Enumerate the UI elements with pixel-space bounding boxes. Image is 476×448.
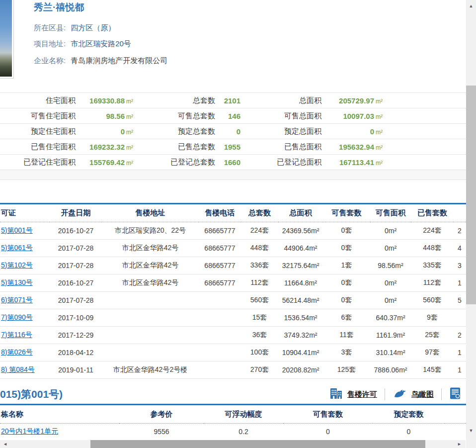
license-row: 7)第090号 2017-10-09 15套 1536.54m² 6套 640.… xyxy=(0,309,476,326)
sold-units: 97套 xyxy=(411,344,454,361)
open-date: 2019-01-11 xyxy=(50,361,102,378)
reference-price: 9556 xyxy=(119,423,204,440)
col-header-sold-units: 已售套数 xyxy=(411,204,454,222)
license-link[interactable]: 7)第116号 xyxy=(1,331,32,339)
stat-label: 可售总面积 xyxy=(242,108,321,124)
scroll-right-arrow-icon[interactable]: ► xyxy=(457,440,462,448)
sold-units: 448套 xyxy=(411,239,454,257)
birds-eye-view-button[interactable]: 鸟瞰图 xyxy=(393,387,434,402)
sales-license-button[interactable]: 售楼许可 xyxy=(329,387,377,402)
col-header-total-units: 总套数 xyxy=(241,204,278,222)
avail-area: 0m² xyxy=(370,222,411,239)
open-date: 2017-10-09 xyxy=(50,309,102,326)
total-units: 224套 xyxy=(241,222,278,239)
col-header-total-area: 总面积 xyxy=(278,204,323,222)
avail-area: 7886.06m² xyxy=(370,361,411,378)
project-info-section: 秀兰·禧悦都 所在区县:四方区（原） 项目地址:市北区瑞安路20号 企业名称:青… xyxy=(0,0,466,92)
avail-units: 6套 xyxy=(323,309,370,326)
stats-grid: 住宅面积 169330.88m² 总套数 2101 总面积 205729.97m… xyxy=(0,92,466,180)
avail-units: 1套 xyxy=(323,257,370,274)
stat-value: 155769.42m² xyxy=(76,155,133,170)
stats-row: 可售住宅面积 98.56m² 可售总套数 146 可售总面积 10097.03m… xyxy=(0,108,466,124)
sales-address: 市北区金华路42号 xyxy=(102,257,199,274)
vertical-scrollbar-thumb[interactable] xyxy=(466,86,476,304)
sales-phone: 68665777 xyxy=(199,239,241,257)
license-link[interactable]: 7)第090号 xyxy=(1,313,33,321)
sold-units: 224套 xyxy=(411,222,454,239)
sales-phone: 68665777 xyxy=(199,222,241,239)
sold-units: 145套 xyxy=(411,361,454,378)
total-units: 270套 xyxy=(241,361,278,378)
total-units: 112套 xyxy=(241,274,278,291)
building-row: 20号内1号楼1单元 9556 0.2 0 0 xyxy=(0,423,476,440)
stat-label: 已售总面积 xyxy=(242,139,321,155)
avail-units: 0套 xyxy=(323,291,370,309)
license-link[interactable]: 8) 第084号 xyxy=(1,365,35,373)
license-row: 6)第071号 2017-07-28 560套 56214.48m² 0套 0m… xyxy=(0,291,476,309)
building-table: 栋名称 参考价 可浮动幅度 可售套数 预定套数 20号内1号楼1单元 9556 … xyxy=(0,406,476,440)
scroll-left-arrow-icon[interactable]: ◄ xyxy=(3,440,7,448)
open-date: 2017-07-28 xyxy=(50,239,102,257)
certificate-button[interactable] xyxy=(449,387,466,402)
stat-value: 195632.94m² xyxy=(321,139,383,155)
stat-value: 146 xyxy=(215,108,242,124)
sales-license-label: 售楼许可 xyxy=(347,390,377,399)
sales-address: 市北区瑞安路20、22号 xyxy=(102,222,199,239)
avail-units: 0 xyxy=(283,423,373,440)
scroll-down-arrow-icon[interactable]: ▼ xyxy=(466,427,476,435)
vertical-scrollbar[interactable]: ▲ ▼ xyxy=(466,0,476,448)
avail-area: 1161.9m² xyxy=(370,326,411,344)
district-value: 四方区（原） xyxy=(71,23,115,32)
avail-units: 0套 xyxy=(323,239,370,257)
col-header-avail-units: 可售套数 xyxy=(283,406,373,423)
horizontal-scrollbar[interactable]: ◄ ► xyxy=(0,440,466,448)
detail-section-header: 015)第001号) 售楼许可 鸟瞰图 xyxy=(0,385,466,405)
license-row: 5)第001号 2016-10-27 市北区瑞安路20、22号 68665777… xyxy=(0,222,476,239)
license-row: 8)第026号 2018-04-12 100套 10904.41m² 3套 31… xyxy=(0,344,476,361)
sales-address: 市北区金华路42号2号楼 xyxy=(102,361,199,378)
license-link[interactable]: 5)第130号 xyxy=(1,278,33,286)
stat-value: 1660 xyxy=(215,155,242,170)
col-header-avail-area: 可售面积 xyxy=(370,204,411,222)
sold-units: 112套 xyxy=(411,274,454,291)
building-link[interactable]: 20号内1号楼1单元 xyxy=(1,427,58,435)
avail-units: 3套 xyxy=(323,344,370,361)
total-area: 44906.4m² xyxy=(278,239,323,257)
stat-label: 预定总套数 xyxy=(133,124,215,139)
address-label: 项目地址: xyxy=(34,39,66,48)
avail-units: 0套 xyxy=(323,274,370,291)
stat-label: 预定总面积 xyxy=(242,124,321,139)
license-link[interactable]: 5)第102号 xyxy=(1,261,33,269)
sales-phone: 68665777 xyxy=(199,257,241,274)
stat-label: 已售住宅面积 xyxy=(0,139,76,155)
total-area: 10904.41m² xyxy=(278,344,323,361)
avail-units: 125套 xyxy=(323,361,370,378)
license-row: 5)第102号 2017-07-28 市北区金华路42号 68665777 33… xyxy=(0,257,476,274)
sales-address: 市北区金华路42号 xyxy=(102,274,199,291)
total-units: 448套 xyxy=(241,239,278,257)
company-value: 青岛康润房地产开发有限公司 xyxy=(71,56,167,65)
stat-label: 总套数 xyxy=(133,93,215,108)
sales-address xyxy=(102,344,199,361)
horizontal-scrollbar-thumb[interactable] xyxy=(90,440,425,448)
total-area: 1536.54m² xyxy=(278,309,323,326)
project-photo[interactable] xyxy=(0,0,14,79)
address-value: 市北区瑞安路20号 xyxy=(71,39,131,48)
stat-label: 已登记住宅面积 xyxy=(0,155,76,170)
license-row: 8) 第084号 2019-01-11 市北区金华路42号2号楼 270套 20… xyxy=(0,361,476,378)
open-date: 2017-12-29 xyxy=(50,326,102,344)
stat-label: 可售总套数 xyxy=(133,108,215,124)
stats-row: 预定住宅面积 0m² 预定总套数 0 预定总面积 0m² xyxy=(0,124,466,139)
avail-area: 0m² xyxy=(370,239,411,257)
scroll-up-arrow-icon[interactable]: ▲ xyxy=(466,2,476,10)
license-link[interactable]: 6)第071号 xyxy=(1,296,33,304)
col-header-reserved-units: 预定套数 xyxy=(373,406,445,423)
license-link[interactable]: 5)第061号 xyxy=(1,244,33,252)
stat-value: 169232.32m² xyxy=(76,139,133,155)
license-link[interactable]: 5)第001号 xyxy=(1,226,33,234)
sold-units: 9套 xyxy=(411,309,454,326)
total-area: 11664.8m² xyxy=(278,274,323,291)
sales-phone xyxy=(199,291,241,309)
license-link[interactable]: 8)第026号 xyxy=(1,348,33,356)
sales-address: 市北区金华路42号 xyxy=(102,239,199,257)
